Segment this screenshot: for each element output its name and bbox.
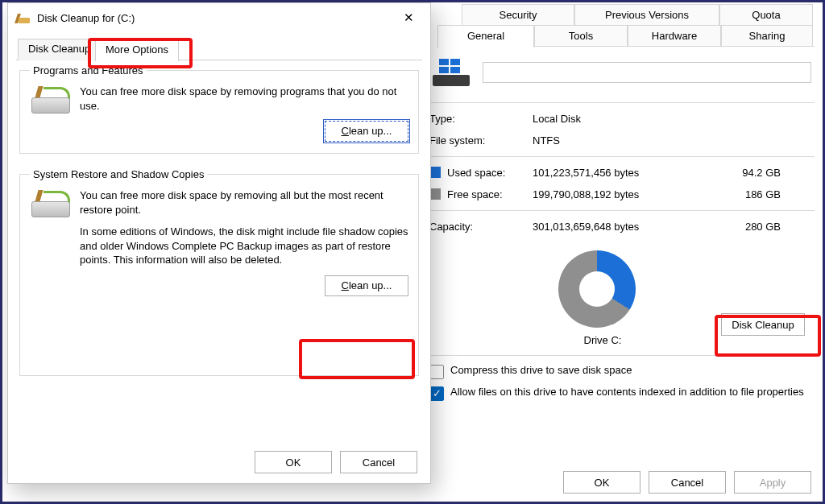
filesystem-value: NTFS bbox=[533, 134, 710, 147]
drive-properties-dialog: Security Previous Versions Quota General… bbox=[405, 2, 823, 502]
tab-sharing[interactable]: Sharing bbox=[721, 25, 813, 46]
tab-security[interactable]: Security bbox=[462, 4, 574, 25]
compress-checkbox[interactable] bbox=[429, 365, 444, 379]
titlebar-text: Disk Cleanup for (C:) bbox=[37, 12, 135, 24]
filesystem-label: File system: bbox=[429, 134, 526, 147]
programs-and-features-legend: Programs and Features bbox=[30, 64, 147, 76]
tab-hardware[interactable]: Hardware bbox=[628, 25, 721, 46]
tab-quota[interactable]: Quota bbox=[719, 4, 813, 25]
compress-label: Compress this drive to save disk space bbox=[450, 364, 632, 377]
restore-cleanup-button[interactable]: Clean up... bbox=[325, 275, 408, 296]
drive-label: Drive C: bbox=[558, 334, 647, 346]
restore-text-1: You can free more disk space by removing… bbox=[80, 188, 408, 217]
disk-cleanup-dialog: Disk Cleanup for (C:) ✕ Disk Cleanup Mor… bbox=[7, 2, 431, 484]
capacity-bytes: 301,013,659,648 bytes bbox=[533, 221, 710, 233]
cleanup-drive-icon bbox=[30, 85, 70, 114]
cleanup-cancel-button[interactable]: Cancel bbox=[340, 451, 417, 473]
type-value: Local Disk bbox=[533, 113, 710, 125]
system-restore-group: System Restore and Shadow Copies You can… bbox=[19, 168, 419, 376]
free-swatch-icon bbox=[429, 188, 441, 200]
tab-more-options[interactable]: More Options bbox=[95, 39, 179, 61]
cleanup-ok-button[interactable]: OK bbox=[255, 451, 332, 473]
used-swatch-icon bbox=[429, 167, 441, 178]
used-space-human: 94.2 GB bbox=[716, 167, 781, 179]
tab-previous-versions[interactable]: Previous Versions bbox=[574, 4, 719, 25]
drive-icon bbox=[433, 59, 470, 86]
titlebar: Disk Cleanup for (C:) ✕ bbox=[8, 3, 430, 32]
used-space-label: Used space: bbox=[429, 167, 526, 179]
programs-cleanup-button[interactable]: Clean up... bbox=[325, 121, 408, 142]
capacity-human: 280 GB bbox=[716, 221, 781, 233]
programs-and-features-group: Programs and Features You can free more … bbox=[19, 64, 419, 154]
close-icon[interactable]: ✕ bbox=[392, 6, 425, 29]
programs-text: You can free more disk space by removing… bbox=[80, 85, 408, 113]
used-space-bytes: 101,223,571,456 bytes bbox=[533, 167, 710, 179]
free-space-bytes: 199,790,088,192 bytes bbox=[533, 188, 710, 200]
properties-ok-button[interactable]: OK bbox=[563, 471, 641, 494]
properties-cancel-button[interactable]: Cancel bbox=[649, 471, 726, 494]
restore-text-2: In some editions of Windows, the disk mi… bbox=[80, 225, 408, 267]
system-restore-legend: System Restore and Shadow Copies bbox=[30, 168, 207, 180]
free-space-label: Free space: bbox=[429, 188, 526, 200]
tab-disk-cleanup[interactable]: Disk Cleanup bbox=[18, 39, 101, 60]
index-label: Allow files on this drive to have conten… bbox=[450, 386, 804, 399]
cleanup-drive-icon bbox=[30, 188, 70, 217]
tab-general[interactable]: General bbox=[437, 25, 534, 48]
tab-tools[interactable]: Tools bbox=[534, 25, 628, 46]
properties-tabstrip: Security Previous Versions Quota General… bbox=[405, 2, 823, 48]
capacity-label: Capacity: bbox=[429, 221, 526, 233]
disk-cleanup-icon bbox=[16, 12, 31, 23]
disk-cleanup-button[interactable]: Disk Cleanup bbox=[721, 313, 805, 336]
free-space-human: 186 GB bbox=[716, 188, 781, 200]
usage-donut-chart bbox=[558, 250, 636, 328]
index-checkbox[interactable]: ✓ bbox=[429, 386, 444, 401]
cleanup-tabstrip: Disk Cleanup More Options bbox=[16, 34, 422, 60]
volume-label-input[interactable] bbox=[483, 62, 811, 83]
type-label: Type: bbox=[429, 113, 526, 125]
properties-apply-button[interactable]: Apply bbox=[734, 471, 811, 494]
